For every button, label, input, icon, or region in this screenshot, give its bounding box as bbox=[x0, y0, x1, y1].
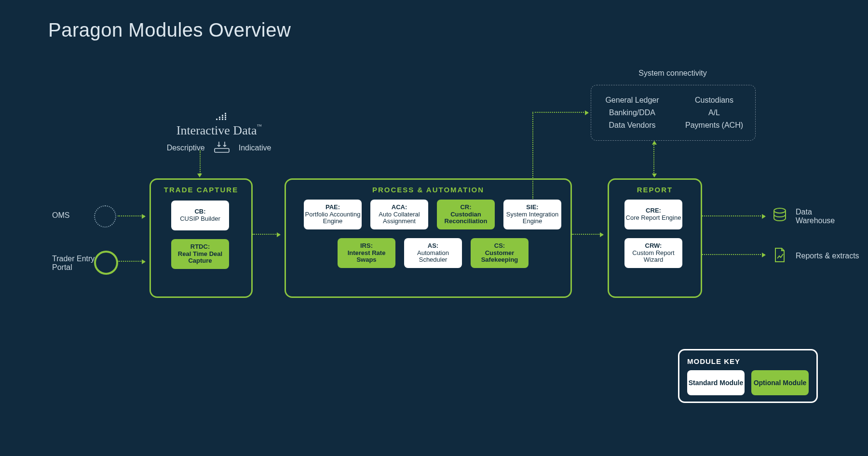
svg-rect-4 bbox=[222, 117, 223, 118]
svg-rect-8 bbox=[222, 119, 223, 120]
interactive-data-block: Interactive Data™ Descriptive Indicative bbox=[156, 113, 282, 155]
svg-rect-1 bbox=[222, 115, 223, 116]
connectivity-item: Custodians bbox=[673, 96, 755, 105]
arrow-report-to-dw bbox=[702, 215, 765, 216]
module-rtdc: RTDC:Real Time Deal Capture bbox=[171, 239, 229, 269]
key-optional-module: Optional Module bbox=[751, 370, 809, 395]
arrow-idata-down-head bbox=[197, 174, 202, 177]
svg-rect-3 bbox=[219, 117, 220, 118]
module-key-box: MODULE KEY Standard Module Optional Modu… bbox=[678, 349, 818, 403]
module-crw: CRW:Custom Report Wizard bbox=[624, 238, 682, 268]
connectivity-box: General Ledger Banking/DDA Data Vendors … bbox=[591, 85, 756, 141]
input-tep-label: Trader Entry Portal bbox=[52, 255, 100, 272]
svg-rect-9 bbox=[225, 119, 226, 120]
arrow-report-to-reports bbox=[702, 254, 765, 255]
database-icon bbox=[772, 207, 788, 226]
connectivity-label: System connectivity bbox=[591, 69, 755, 78]
arrow-connectivity-report bbox=[653, 142, 654, 176]
connectivity-item: General Ledger bbox=[591, 96, 673, 105]
interactive-data-brand: Interactive Data™ bbox=[156, 123, 282, 138]
module-pae: PAE:Portfolio Accounting Engine bbox=[304, 200, 362, 229]
module-cb: CB:CUSIP Builder bbox=[171, 201, 229, 230]
key-standard-module: Standard Module bbox=[687, 370, 745, 395]
stage-trade-capture: TRADE CAPTURE bbox=[149, 178, 253, 298]
output-data-warehouse: Data Warehouse bbox=[772, 207, 839, 226]
svg-point-11 bbox=[774, 208, 786, 213]
module-aca: ACA:Auto Collateral Assignment bbox=[370, 200, 428, 229]
download-arrows-icon bbox=[214, 141, 230, 155]
interactive-data-dots-icon bbox=[213, 113, 228, 123]
module-irs: IRS:Interest Rate Swaps bbox=[338, 238, 395, 268]
page-title: Paragon Modules Overview bbox=[48, 19, 291, 41]
connectivity-item: A/L bbox=[673, 108, 755, 117]
output-dw-label: Data Warehouse bbox=[796, 208, 839, 225]
interactive-data-descriptive: Descriptive bbox=[167, 144, 205, 152]
module-cs: CS:Customer Safekeeping bbox=[471, 238, 529, 268]
arrow-sie-up-h bbox=[532, 112, 588, 113]
diagram-canvas: Paragon Modules Overview Interactive Dat… bbox=[0, 0, 868, 456]
arrow-proc-to-report bbox=[572, 234, 603, 235]
arrow-tep-to-trade bbox=[118, 261, 145, 262]
arrow-sie-up-v bbox=[532, 112, 533, 199]
connectivity-item: Banking/DDA bbox=[591, 108, 673, 117]
arrow-idata-down bbox=[200, 150, 201, 175]
module-sie: SIE:System Integration Engine bbox=[503, 200, 561, 229]
svg-rect-0 bbox=[225, 113, 226, 114]
svg-rect-6 bbox=[216, 119, 217, 120]
oms-circle-icon bbox=[94, 205, 116, 228]
module-key-title: MODULE KEY bbox=[687, 357, 809, 365]
interactive-data-indicative: Indicative bbox=[239, 144, 271, 152]
input-oms-label: OMS bbox=[52, 211, 69, 220]
svg-rect-10 bbox=[215, 148, 229, 152]
stage-report-title: REPORT bbox=[609, 186, 701, 194]
module-cr: CR:Custodian Reconciliation bbox=[437, 200, 495, 229]
output-rep-label: Reports & extracts bbox=[796, 252, 859, 260]
svg-rect-2 bbox=[225, 115, 226, 116]
connectivity-item: Payments (ACH) bbox=[673, 121, 755, 130]
module-as: AS:Automation Scheduler bbox=[404, 238, 462, 268]
report-file-icon bbox=[772, 247, 788, 265]
arrow-trade-to-proc bbox=[253, 234, 280, 235]
svg-rect-5 bbox=[225, 117, 226, 118]
module-cre: CRE:Core Report Engine bbox=[624, 200, 682, 229]
stage-trade-title: TRADE CAPTURE bbox=[151, 186, 251, 194]
arrow-oms-to-trade bbox=[118, 215, 145, 216]
tep-circle-icon bbox=[94, 251, 118, 275]
output-reports-extracts: Reports & extracts bbox=[772, 247, 859, 265]
svg-rect-7 bbox=[219, 119, 220, 120]
connectivity-item: Data Vendors bbox=[591, 121, 673, 130]
stage-proc-title: PROCESS & AUTOMATION bbox=[286, 186, 570, 194]
